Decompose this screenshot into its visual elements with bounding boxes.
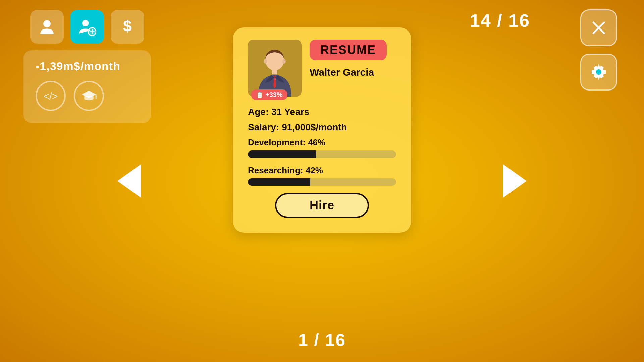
- age-stat: Age: 31 Years: [248, 107, 396, 117]
- money-icon: $: [118, 18, 137, 36]
- bonus-badge: 📋 +33%: [251, 89, 287, 100]
- resume-card: 📋 +33% RESUME Walter Garcia Age: 31 Year…: [233, 27, 411, 233]
- salary-stat: Salary: 91,000$/month: [248, 122, 396, 133]
- gear-icon: [589, 62, 609, 82]
- page-total: 16: [325, 330, 346, 350]
- nav-person-button[interactable]: [30, 10, 64, 44]
- page-separator: /: [309, 330, 325, 350]
- page-counter: 1 / 16: [298, 330, 346, 350]
- candidate-name: Walter Garcia: [310, 66, 396, 78]
- svg-point-14: [596, 69, 601, 75]
- hire-button[interactable]: Hire: [275, 193, 369, 218]
- researching-progress-fill: [248, 178, 310, 186]
- settings-button[interactable]: [580, 54, 617, 90]
- next-arrow[interactable]: [503, 164, 527, 198]
- budget-icons: </>: [36, 81, 139, 111]
- svg-text:</>: </>: [44, 90, 58, 102]
- svg-point-20: [282, 59, 286, 64]
- card-stats: Age: 31 Years Salary: 91,000$/month Deve…: [248, 107, 396, 186]
- card-header: 📋 +33% RESUME Walter Garcia: [248, 40, 396, 97]
- close-icon: [589, 18, 609, 38]
- avatar-wrap: 📋 +33%: [248, 40, 302, 97]
- researching-progress-bar: [248, 178, 396, 186]
- development-label: Development: 46%: [248, 137, 396, 148]
- page-current: 1: [298, 330, 309, 350]
- svg-point-19: [264, 59, 267, 64]
- budget-amount: -1,39m$/month: [36, 60, 139, 73]
- top-counter: 14 / 16: [470, 10, 530, 31]
- person-icon: [38, 18, 56, 36]
- badge-icon: 📋: [256, 91, 263, 99]
- top-counter-current: 14: [470, 10, 491, 31]
- top-counter-separator: /: [491, 10, 508, 31]
- resume-tag: RESUME: [310, 40, 387, 60]
- svg-point-0: [43, 20, 51, 27]
- researching-label: Researching: 42%: [248, 165, 396, 176]
- development-progress-fill: [248, 150, 316, 158]
- development-progress-bar: [248, 150, 396, 158]
- graduation-icon: [81, 88, 97, 104]
- study-skill-icon: [74, 81, 104, 111]
- nav-hire-button[interactable]: +: [70, 10, 104, 44]
- top-counter-total: 16: [508, 10, 530, 31]
- badge-value: +33%: [265, 91, 283, 99]
- close-button[interactable]: [580, 9, 617, 46]
- top-nav: + $: [30, 10, 144, 44]
- nav-money-button[interactable]: $: [111, 10, 144, 44]
- svg-text:$: $: [123, 18, 132, 35]
- code-skill-icon: </>: [36, 81, 66, 111]
- budget-panel: -1,39m$/month </>: [23, 50, 151, 123]
- avatar: [251, 43, 298, 97]
- prev-arrow[interactable]: [117, 164, 141, 198]
- avatar-box: [248, 40, 302, 97]
- svg-rect-17: [272, 69, 277, 74]
- svg-point-1: [82, 20, 89, 26]
- hire-person-icon: +: [78, 18, 96, 36]
- code-bracket-icon: </>: [43, 88, 58, 104]
- card-title-block: RESUME Walter Garcia: [310, 40, 396, 78]
